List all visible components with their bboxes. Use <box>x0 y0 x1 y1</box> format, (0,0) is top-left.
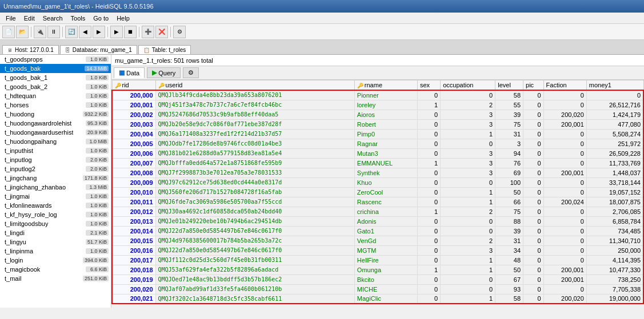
col-rname[interactable]: 🔑rname <box>354 80 417 91</box>
table-row[interactable]: 200,008QMQJ7f2998873b3e7012ea705a3e78031… <box>112 168 643 177</box>
table-row[interactable]: 200,010QMQJ560fe206d717b1527b084728f16a5… <box>112 187 643 197</box>
col-money1[interactable]: money1 <box>586 80 643 91</box>
sidebar-item-t_inputlog[interactable]: t_inputlog2.0 KiB <box>0 155 111 164</box>
sidebar-item-t_lingyu[interactable]: t_lingyu51.7 KiB <box>0 237 111 247</box>
table-row[interactable]: 200,019QMQJOed71e48ac9b13bddff5d3b57b186… <box>112 274 643 284</box>
sidebar-item-t_huodongpaihang[interactable]: t_huodongpaihang1.0 MiB <box>0 137 111 146</box>
table-row[interactable]: 200,018QMQJ53af629fa4efa322b5f82896a6ada… <box>112 265 643 274</box>
toolbar-refresh[interactable]: 🔄 <box>65 26 78 38</box>
toolbar-stop[interactable]: ⏹ <box>124 26 137 38</box>
sidebar-item-t_huodongawardrolehist[interactable]: t_huodongawardrolehist95.3 KiB <box>0 119 111 128</box>
title-text: Unnamed\mu_game_1\t_roles\ - HeidiSQL 9.… <box>3 3 154 10</box>
tab-query[interactable]: ▶ Query <box>147 67 181 78</box>
toolbar-prev[interactable]: ◀ <box>79 26 91 38</box>
sidebar: t_goodsprops1.0 KiBt_goods_bak14.3 MiBt_… <box>0 55 111 308</box>
table-body: 200,000QMQJlb34f9cda4e8bb23da39a653a8076… <box>112 90 643 304</box>
tab-database[interactable]: 🗄 Database: mu_game_1 <box>60 45 137 54</box>
sidebar-item-t_goods_bak_2[interactable]: t_goods_bak_21.0 KiB <box>0 82 111 91</box>
tab-host-label: Host: 127.0.0.1 <box>15 47 54 53</box>
query-tab-label: Query <box>158 70 175 76</box>
table-row[interactable]: 200,013QMQJe01b249220ebe10b7494b6ac29451… <box>112 216 643 226</box>
menu-search[interactable]: Search <box>39 14 66 22</box>
sidebar-item-t_hdtequan[interactable]: t_hdtequan1.0 KiB <box>0 91 111 100</box>
tab-table-label: Table: t_roles <box>152 47 186 53</box>
col-userid[interactable]: 🔑userid <box>155 80 354 91</box>
sidebar-item-t_horses[interactable]: t_horses1.0 KiB <box>0 100 111 110</box>
col-occupation[interactable]: occupation <box>441 80 495 91</box>
sidebar-item-t_jingichang_zhanbao[interactable]: t_jingichang_zhanbao1.3 MiB <box>0 183 111 192</box>
table-row[interactable]: 200,002QMQJ5247686d70533c9b9afb88eff40da… <box>112 110 643 119</box>
col-rid[interactable]: 🔑rid <box>112 80 155 91</box>
tab-host[interactable]: 🖥 Host: 127.0.0.1 <box>2 45 59 54</box>
tab-options[interactable]: ⚙ <box>183 67 199 78</box>
toolbar-next[interactable]: ▶ <box>93 26 105 38</box>
sidebar-item-t_huodongawarduserhist[interactable]: t_huodongawarduserhist20.9 KiB <box>0 128 111 137</box>
query-tab-icon: ▶ <box>152 69 157 76</box>
table-row[interactable]: 200,016QMQJ22d7a850e0d5854497b67e846c061… <box>112 245 643 255</box>
table-row[interactable]: 200,005QMQJOdb7fe17286de8b9746fcc08d01a4… <box>112 139 643 148</box>
sidebar-item-t_mail[interactable]: t_mail251.0 KiB <box>0 274 111 283</box>
data-table: 🔑rid 🔑userid 🔑rname sex occupation level… <box>111 80 644 304</box>
menu-file[interactable]: File <box>2 14 19 22</box>
toolbar-disconnect[interactable]: ⏸ <box>47 26 60 38</box>
table-row[interactable]: 200,004QMQJ6a171408a3237fed1f2f214d21b37… <box>112 129 643 139</box>
toolbar-new[interactable]: 📄 <box>2 26 15 38</box>
table-row[interactable]: 200,007QMQJbfffa0edd64a572e1a8751868fe59… <box>112 158 643 168</box>
sidebar-item-t_login[interactable]: t_login394.0 KiB <box>0 256 111 265</box>
tab-data[interactable]: ▦ Data <box>114 67 145 78</box>
table-row[interactable]: 200,021QMQJf3202c1a3648718d3c5fc358cabf6… <box>112 294 643 304</box>
sidebar-item-t_magicbook[interactable]: t_magicbook6.6 KiB <box>0 265 111 274</box>
menu-help[interactable]: Help <box>113 14 133 22</box>
toolbar: 📄 📂 🔌 ⏸ 🔄 ◀ ▶ ▶ ⏹ ➕ ❌ ⚙ <box>0 24 644 40</box>
sidebar-item-t_huodong[interactable]: t_huodong932.2 KiB <box>0 110 111 119</box>
table-row[interactable]: 200,012QMQJ30aa4692c1df60858dca050ab24bd… <box>112 207 643 216</box>
tab-database-label: Database: mu_game_1 <box>73 47 132 53</box>
toolbar-open[interactable]: 📂 <box>16 26 29 38</box>
host-icon: 🖥 <box>7 47 13 53</box>
table-row[interactable]: 200,003QMQJb20e58e9dc7c086f0af771ebe387d… <box>112 119 643 129</box>
table-row[interactable]: 200,014QMQJ22d7a850e0d5854497b67e846c061… <box>112 226 643 236</box>
main-layout: t_goodsprops1.0 KiBt_goods_bak14.3 MiBt_… <box>0 55 644 308</box>
col-sex[interactable]: sex <box>417 80 440 91</box>
table-row[interactable]: 200,009QMQJ97c62912ce75d638ed0cd444a0e83… <box>112 177 643 187</box>
menu-goto[interactable]: Go to <box>90 14 112 22</box>
tab-table[interactable]: 📋 Table: t_roles <box>138 45 191 54</box>
col-faction[interactable]: Faction <box>543 80 586 91</box>
sidebar-item-t_inputlog2[interactable]: t_inputlog22.0 KiB <box>0 164 111 173</box>
table-row[interactable]: 200,011QMQJ6fde7ac3069a5986e505700aa7f55… <box>112 197 643 207</box>
menu-edit[interactable]: Edit <box>21 14 38 22</box>
table-icon: 📋 <box>143 47 150 53</box>
table-row[interactable]: 200,015QMQJ4d9768385600017b784b5ba265b3a… <box>112 236 643 245</box>
toolbar-run[interactable]: ▶ <box>110 26 123 38</box>
row-count-info: mu_game_1.t_roles: 501 rows total <box>115 57 213 64</box>
toolbar-settings[interactable]: ⚙ <box>173 26 186 38</box>
table-row[interactable]: 200,020QMQJaf07abd99af1d33fe5fa4600b0612… <box>112 284 643 294</box>
sidebar-item-t_jingmai[interactable]: t_jingmai1.0 KiB <box>0 192 111 201</box>
sidebar-item-t_kfonlineawards[interactable]: t_kfonlineawards1.0 KiB <box>0 201 111 210</box>
toolbar-add[interactable]: ➕ <box>142 26 154 38</box>
table-container: 🔑rid 🔑userid 🔑rname sex occupation level… <box>111 80 644 308</box>
toolbar-connect[interactable]: 🔌 <box>34 26 46 38</box>
sidebar-item-t_lingdi[interactable]: t_lingdi2.1 KiB <box>0 228 111 237</box>
menu-tools[interactable]: Tools <box>67 14 89 22</box>
col-level[interactable]: level <box>495 80 523 91</box>
sidebar-item-t_goodsprops[interactable]: t_goodsprops1.0 KiB <box>0 55 111 64</box>
data-panel: mu_game_1.t_roles: 501 rows total ▦ Data… <box>111 55 644 308</box>
sidebar-item-t_jingchang[interactable]: t_jingchang171.8 KiB <box>0 173 111 183</box>
table-row[interactable]: 200,001QMQj451f3a478c7b737c7a6c7ef84fcb4… <box>112 100 643 110</box>
data-tab-label: Data <box>126 70 139 76</box>
sidebar-item-t_kf_hysy_role_log[interactable]: t_kf_hysy_role_log1.0 KiB <box>0 210 111 219</box>
data-tab-icon: ▦ <box>119 69 125 76</box>
toolbar-delete[interactable]: ❌ <box>155 26 168 38</box>
sidebar-item-t_goods_bak[interactable]: t_goods_bak14.3 MiB <box>0 64 111 73</box>
col-pic[interactable]: pic <box>523 80 544 91</box>
database-icon: 🗄 <box>65 47 70 53</box>
table-row[interactable]: 200,006QMQJ81b021e6288d0a5779158d83ea81a… <box>112 148 643 158</box>
table-row[interactable]: 200,017QMQJf112c0d25d3c560d7f45e0b31fb00… <box>112 255 643 265</box>
sidebar-item-t_goods_bak_1[interactable]: t_goods_bak_11.0 KiB <box>0 73 111 82</box>
data-query-tabs: ▦ Data ▶ Query ⚙ <box>111 66 644 80</box>
table-row[interactable]: 200,000QMQJlb34f9cda4e8bb23da39a653a8076… <box>112 90 643 100</box>
sidebar-item-t_inputhist[interactable]: t_inputhist1.0 KiB <box>0 146 111 155</box>
sidebar-item-t_linpinma[interactable]: t_linpinma1.0 KiB <box>0 247 111 256</box>
sidebar-item-t_limitgoodsbuy[interactable]: t_limitgoodsbuy1.0 KiB <box>0 219 111 228</box>
